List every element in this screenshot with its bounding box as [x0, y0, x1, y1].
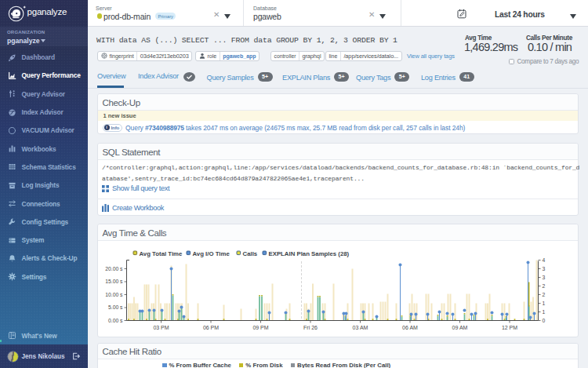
svg-text:Avg I/O Time: Avg I/O Time — [192, 250, 230, 257]
svg-text:Fri 26: Fri 26 — [303, 325, 318, 330]
svg-text:1: 1 — [542, 301, 545, 306]
svg-text:EXPLAIN Plan Samples (28): EXPLAIN Plan Samples (28) — [268, 250, 349, 257]
svg-text:03 PM: 03 PM — [153, 325, 169, 330]
svg-text:4: 4 — [542, 257, 545, 263]
svg-text:0.00 s: 0.00 s — [107, 318, 122, 323]
svg-text:03 AM: 03 AM — [352, 325, 368, 330]
svg-text:09 PM: 09 PM — [252, 325, 268, 330]
svg-text:Avg Total Time: Avg Total Time — [139, 250, 183, 257]
svg-text:2: 2 — [542, 292, 545, 297]
svg-text:20.00 s: 20.00 s — [105, 266, 123, 271]
svg-text:12 PM: 12 PM — [501, 325, 517, 330]
svg-text:5.00 s: 5.00 s — [107, 304, 122, 310]
svg-text:3: 3 — [542, 275, 545, 280]
svg-text:3: 3 — [542, 266, 545, 271]
svg-text:06 AM: 06 AM — [402, 325, 418, 330]
svg-text:06 PM: 06 PM — [202, 325, 218, 330]
svg-text:15.00 s: 15.00 s — [105, 279, 123, 284]
svg-text:Calls: Calls — [242, 250, 257, 257]
svg-text:0: 0 — [542, 318, 545, 323]
svg-text:2: 2 — [542, 283, 545, 289]
svg-text:10.00 s: 10.00 s — [105, 292, 123, 297]
svg-text:1: 1 — [542, 309, 545, 315]
svg-text:09 AM: 09 AM — [452, 325, 467, 330]
